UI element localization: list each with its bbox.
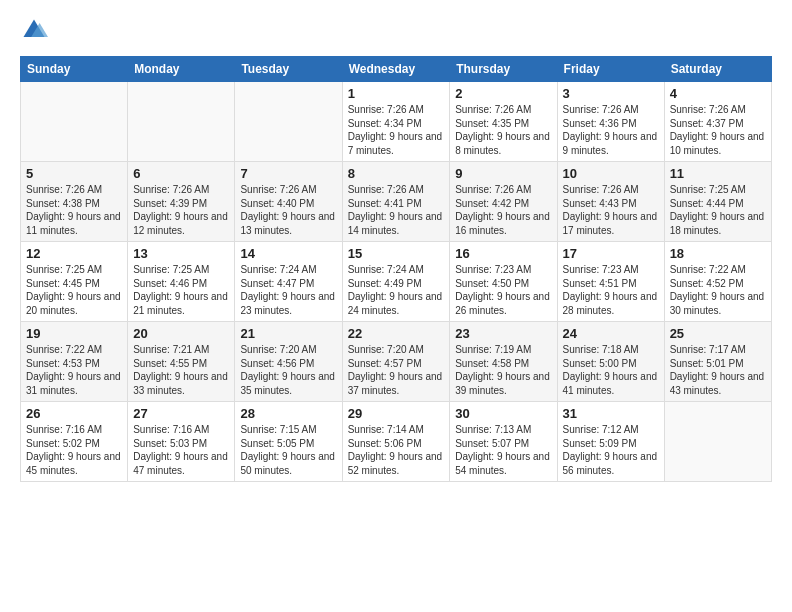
- logo-icon: [20, 16, 48, 44]
- day-number: 18: [670, 246, 766, 261]
- calendar-cell-w0d4: 2Sunrise: 7:26 AM Sunset: 4:35 PM Daylig…: [450, 82, 557, 162]
- calendar-cell-w4d4: 30Sunrise: 7:13 AM Sunset: 5:07 PM Dayli…: [450, 402, 557, 482]
- day-info: Sunrise: 7:22 AM Sunset: 4:53 PM Dayligh…: [26, 343, 122, 397]
- header-thursday: Thursday: [450, 57, 557, 82]
- calendar-cell-w4d0: 26Sunrise: 7:16 AM Sunset: 5:02 PM Dayli…: [21, 402, 128, 482]
- day-number: 16: [455, 246, 551, 261]
- day-info: Sunrise: 7:24 AM Sunset: 4:49 PM Dayligh…: [348, 263, 445, 317]
- calendar-cell-w0d5: 3Sunrise: 7:26 AM Sunset: 4:36 PM Daylig…: [557, 82, 664, 162]
- calendar-cell-w1d5: 10Sunrise: 7:26 AM Sunset: 4:43 PM Dayli…: [557, 162, 664, 242]
- day-info: Sunrise: 7:25 AM Sunset: 4:44 PM Dayligh…: [670, 183, 766, 237]
- calendar-cell-w2d6: 18Sunrise: 7:22 AM Sunset: 4:52 PM Dayli…: [664, 242, 771, 322]
- day-info: Sunrise: 7:26 AM Sunset: 4:40 PM Dayligh…: [240, 183, 336, 237]
- day-number: 11: [670, 166, 766, 181]
- day-number: 21: [240, 326, 336, 341]
- header-friday: Friday: [557, 57, 664, 82]
- calendar-cell-w2d1: 13Sunrise: 7:25 AM Sunset: 4:46 PM Dayli…: [128, 242, 235, 322]
- calendar-week-3: 19Sunrise: 7:22 AM Sunset: 4:53 PM Dayli…: [21, 322, 772, 402]
- calendar-cell-w2d3: 15Sunrise: 7:24 AM Sunset: 4:49 PM Dayli…: [342, 242, 450, 322]
- calendar-cell-w1d4: 9Sunrise: 7:26 AM Sunset: 4:42 PM Daylig…: [450, 162, 557, 242]
- day-number: 27: [133, 406, 229, 421]
- calendar-cell-w3d6: 25Sunrise: 7:17 AM Sunset: 5:01 PM Dayli…: [664, 322, 771, 402]
- calendar-cell-w4d3: 29Sunrise: 7:14 AM Sunset: 5:06 PM Dayli…: [342, 402, 450, 482]
- day-info: Sunrise: 7:26 AM Sunset: 4:41 PM Dayligh…: [348, 183, 445, 237]
- day-number: 15: [348, 246, 445, 261]
- calendar-cell-w1d1: 6Sunrise: 7:26 AM Sunset: 4:39 PM Daylig…: [128, 162, 235, 242]
- calendar-week-1: 5Sunrise: 7:26 AM Sunset: 4:38 PM Daylig…: [21, 162, 772, 242]
- day-number: 12: [26, 246, 122, 261]
- header-saturday: Saturday: [664, 57, 771, 82]
- header-wednesday: Wednesday: [342, 57, 450, 82]
- page-header: [20, 16, 772, 44]
- day-info: Sunrise: 7:20 AM Sunset: 4:57 PM Dayligh…: [348, 343, 445, 397]
- calendar-cell-w3d5: 24Sunrise: 7:18 AM Sunset: 5:00 PM Dayli…: [557, 322, 664, 402]
- day-info: Sunrise: 7:18 AM Sunset: 5:00 PM Dayligh…: [563, 343, 659, 397]
- day-number: 5: [26, 166, 122, 181]
- day-number: 22: [348, 326, 445, 341]
- day-number: 26: [26, 406, 122, 421]
- day-info: Sunrise: 7:15 AM Sunset: 5:05 PM Dayligh…: [240, 423, 336, 477]
- day-number: 6: [133, 166, 229, 181]
- day-info: Sunrise: 7:22 AM Sunset: 4:52 PM Dayligh…: [670, 263, 766, 317]
- calendar-cell-w4d1: 27Sunrise: 7:16 AM Sunset: 5:03 PM Dayli…: [128, 402, 235, 482]
- day-info: Sunrise: 7:21 AM Sunset: 4:55 PM Dayligh…: [133, 343, 229, 397]
- day-number: 9: [455, 166, 551, 181]
- day-number: 25: [670, 326, 766, 341]
- day-number: 7: [240, 166, 336, 181]
- calendar-cell-w0d3: 1Sunrise: 7:26 AM Sunset: 4:34 PM Daylig…: [342, 82, 450, 162]
- calendar-cell-w2d0: 12Sunrise: 7:25 AM Sunset: 4:45 PM Dayli…: [21, 242, 128, 322]
- calendar-week-4: 26Sunrise: 7:16 AM Sunset: 5:02 PM Dayli…: [21, 402, 772, 482]
- day-info: Sunrise: 7:26 AM Sunset: 4:43 PM Dayligh…: [563, 183, 659, 237]
- calendar-week-0: 1Sunrise: 7:26 AM Sunset: 4:34 PM Daylig…: [21, 82, 772, 162]
- day-number: 31: [563, 406, 659, 421]
- day-info: Sunrise: 7:26 AM Sunset: 4:34 PM Dayligh…: [348, 103, 445, 157]
- day-info: Sunrise: 7:13 AM Sunset: 5:07 PM Dayligh…: [455, 423, 551, 477]
- logo: [20, 16, 54, 44]
- day-info: Sunrise: 7:26 AM Sunset: 4:35 PM Dayligh…: [455, 103, 551, 157]
- calendar-cell-w0d6: 4Sunrise: 7:26 AM Sunset: 4:37 PM Daylig…: [664, 82, 771, 162]
- calendar-cell-w0d2: [235, 82, 342, 162]
- day-number: 20: [133, 326, 229, 341]
- calendar-cell-w3d3: 22Sunrise: 7:20 AM Sunset: 4:57 PM Dayli…: [342, 322, 450, 402]
- day-info: Sunrise: 7:20 AM Sunset: 4:56 PM Dayligh…: [240, 343, 336, 397]
- calendar-header-row: SundayMondayTuesdayWednesdayThursdayFrid…: [21, 57, 772, 82]
- day-number: 2: [455, 86, 551, 101]
- day-info: Sunrise: 7:26 AM Sunset: 4:39 PM Dayligh…: [133, 183, 229, 237]
- calendar-cell-w1d2: 7Sunrise: 7:26 AM Sunset: 4:40 PM Daylig…: [235, 162, 342, 242]
- day-info: Sunrise: 7:24 AM Sunset: 4:47 PM Dayligh…: [240, 263, 336, 317]
- calendar-cell-w4d6: [664, 402, 771, 482]
- calendar-cell-w3d2: 21Sunrise: 7:20 AM Sunset: 4:56 PM Dayli…: [235, 322, 342, 402]
- day-info: Sunrise: 7:23 AM Sunset: 4:51 PM Dayligh…: [563, 263, 659, 317]
- day-number: 29: [348, 406, 445, 421]
- calendar-cell-w4d2: 28Sunrise: 7:15 AM Sunset: 5:05 PM Dayli…: [235, 402, 342, 482]
- day-info: Sunrise: 7:12 AM Sunset: 5:09 PM Dayligh…: [563, 423, 659, 477]
- header-tuesday: Tuesday: [235, 57, 342, 82]
- day-number: 24: [563, 326, 659, 341]
- day-info: Sunrise: 7:25 AM Sunset: 4:46 PM Dayligh…: [133, 263, 229, 317]
- day-info: Sunrise: 7:26 AM Sunset: 4:36 PM Dayligh…: [563, 103, 659, 157]
- calendar-cell-w3d4: 23Sunrise: 7:19 AM Sunset: 4:58 PM Dayli…: [450, 322, 557, 402]
- day-info: Sunrise: 7:16 AM Sunset: 5:02 PM Dayligh…: [26, 423, 122, 477]
- day-number: 30: [455, 406, 551, 421]
- calendar-cell-w2d5: 17Sunrise: 7:23 AM Sunset: 4:51 PM Dayli…: [557, 242, 664, 322]
- day-number: 28: [240, 406, 336, 421]
- day-info: Sunrise: 7:14 AM Sunset: 5:06 PM Dayligh…: [348, 423, 445, 477]
- day-number: 19: [26, 326, 122, 341]
- calendar-cell-w1d6: 11Sunrise: 7:25 AM Sunset: 4:44 PM Dayli…: [664, 162, 771, 242]
- day-number: 1: [348, 86, 445, 101]
- day-info: Sunrise: 7:16 AM Sunset: 5:03 PM Dayligh…: [133, 423, 229, 477]
- day-info: Sunrise: 7:17 AM Sunset: 5:01 PM Dayligh…: [670, 343, 766, 397]
- day-number: 17: [563, 246, 659, 261]
- calendar: SundayMondayTuesdayWednesdayThursdayFrid…: [20, 56, 772, 482]
- day-info: Sunrise: 7:19 AM Sunset: 4:58 PM Dayligh…: [455, 343, 551, 397]
- day-info: Sunrise: 7:23 AM Sunset: 4:50 PM Dayligh…: [455, 263, 551, 317]
- calendar-cell-w2d2: 14Sunrise: 7:24 AM Sunset: 4:47 PM Dayli…: [235, 242, 342, 322]
- header-monday: Monday: [128, 57, 235, 82]
- day-number: 23: [455, 326, 551, 341]
- day-number: 4: [670, 86, 766, 101]
- calendar-week-2: 12Sunrise: 7:25 AM Sunset: 4:45 PM Dayli…: [21, 242, 772, 322]
- calendar-cell-w0d1: [128, 82, 235, 162]
- day-number: 3: [563, 86, 659, 101]
- day-number: 14: [240, 246, 336, 261]
- calendar-cell-w0d0: [21, 82, 128, 162]
